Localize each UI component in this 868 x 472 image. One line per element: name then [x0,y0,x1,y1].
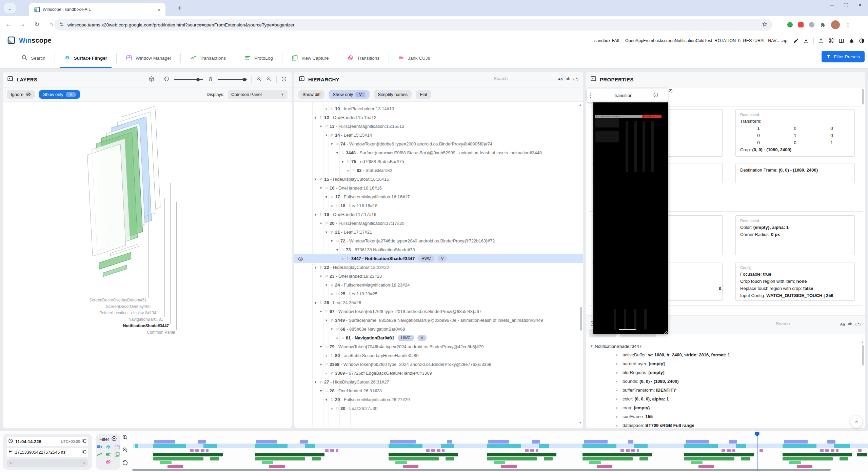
pin-icon[interactable]: ⚐ [340,245,346,254]
chevron-down-icon[interactable]: ▼ [340,157,346,166]
tab-search-button[interactable]: ⌄ [4,3,16,13]
surfaceflinger-track-event[interactable] [135,444,138,448]
transitions-track-event[interactable] [639,457,648,460]
windowmanager-track-event[interactable] [760,449,763,452]
windowmanager-track-event[interactable] [626,449,630,452]
filter-copy-icon[interactable] [114,451,120,457]
windowmanager-track-event[interactable] [206,449,209,452]
pin-icon[interactable]: ⚐ [329,395,335,404]
pin-icon[interactable]: ⚐ [318,378,324,387]
pin-icon[interactable]: ⚐ [335,404,340,413]
windowmanager-track-event[interactable] [637,449,639,452]
pin-icon[interactable]: ⚐ [340,149,346,157]
transitions-track-event[interactable] [255,457,305,460]
match-word-icon[interactable]: ab [848,322,852,326]
transitions-track-event[interactable] [583,457,633,460]
minimize-overlay-icon[interactable]: _ [661,94,664,100]
chevron-down-icon[interactable]: ▼ [318,219,324,228]
chevron-down-icon[interactable]: ▼ [323,281,329,290]
chevron-down-icon[interactable]: ▼ [318,360,324,369]
proto-property[interactable]: activeBuffer: w: 1080, h: 2400, stride: … [589,351,862,359]
chip-show-diff[interactable]: Show diff [298,90,324,99]
jank-track-event[interactable] [269,465,285,468]
ignore-chip[interactable]: Ignore [7,90,35,99]
windowmanager-track-event[interactable] [820,449,824,452]
tree-node-16[interactable]: ▼⚐16 - OneHanded:16:16#16 [294,184,583,193]
chevron-down-icon[interactable]: ▼ [329,140,335,149]
extensions-puzzle-icon[interactable] [820,22,826,28]
transactions-track-event[interactable] [256,440,277,444]
pin-icon[interactable]: ⚐ [346,157,351,166]
transitions-track-event[interactable] [684,457,734,460]
download-icon[interactable] [803,38,809,44]
surfaceflinger-track-event[interactable] [783,444,816,448]
windowmanager-track-event[interactable] [620,449,624,452]
tree-node-74[interactable]: ▼⚐74 - WindowToken{fdddbe6 type=2000 and… [294,140,583,149]
tree-node-3449[interactable]: ▼⚐3449 - Surface(name=885b63e Navigation… [294,316,583,325]
surfaceflinger-track-event[interactable] [736,444,746,448]
tree-node-26[interactable]: ▼⚐26 - Leaf:24:25#26 [294,298,583,307]
chevron-down-icon[interactable]: ▼ [313,298,318,307]
tab-jank-cujs[interactable]: Jank CUJs [389,48,439,68]
spacing-slider[interactable] [218,79,247,80]
pin-icon[interactable]: ⚐ [335,201,340,210]
filter-layers-icon[interactable] [105,444,111,450]
surfaceflinger-track-event[interactable] [153,444,186,448]
tree-node-67[interactable]: ▼⚐67 - WindowToken{e5176f9 type=2019 and… [294,307,583,316]
tree-node-82[interactable]: ⚐82 - StatusBar#82 [294,166,583,175]
chevron-down-icon[interactable]: ▼ [318,342,324,351]
viewcapture-track-event[interactable] [789,461,801,464]
scroll-down-icon[interactable]: ▼ [579,421,582,425]
tab-surface-flinger[interactable]: Surface Flinger [55,48,116,68]
match-case-icon[interactable]: Aa [840,322,845,326]
pin-icon[interactable]: ⚐ [324,360,330,369]
collapse-panel-icon[interactable] [7,76,13,83]
windowmanager-track-event[interactable] [631,449,635,452]
chip-flat[interactable]: Flat [416,90,431,99]
tree-node-22[interactable]: ▼⚐22 - HideDisplayCutout:18:23#22 [294,263,583,272]
surfaceflinger-track-event[interactable] [684,444,718,448]
windowmanager-track-event[interactable] [442,449,445,452]
resize-handle[interactable] [666,332,668,334]
transitions-track-event[interactable] [840,457,848,460]
new-tab-button[interactable]: + [175,3,184,13]
jank-track-event[interactable] [403,465,418,468]
pin-icon[interactable]: ⚐ [335,325,340,334]
transactions-track-event[interactable] [827,440,835,444]
chevron-down-icon[interactable]: ▼ [323,395,329,404]
filter-chart-icon[interactable] [97,451,102,457]
transactions-track-event[interactable] [729,440,737,444]
upload-icon[interactable] [818,38,824,44]
info-icon[interactable] [653,92,658,99]
chevron-down-icon[interactable]: ▼ [329,237,335,245]
tree-node-19[interactable]: ▼⚐19 - OneHanded:17:17#19 [294,210,583,219]
tree-node-73[interactable]: ▼⚐73 - 8736138 NotificationShade#73 [294,245,583,254]
shortcuts-icon[interactable]: ⌘ [828,37,834,44]
protolog-track-event[interactable] [389,453,458,456]
chevron-down-icon[interactable]: ▼ [318,122,324,131]
chevron-down-icon[interactable]: ▼ [318,184,324,193]
viewcapture-track-event[interactable] [494,461,505,464]
jank-track-event[interactable] [698,465,714,468]
surfaceflinger-track-event[interactable] [389,444,422,448]
transactions-track-event[interactable] [154,440,175,444]
protolog-track-event[interactable] [684,453,754,456]
tab-search[interactable]: Search [12,48,55,68]
transitions-track-event[interactable] [153,457,203,460]
pin-icon[interactable]: ⚐ [318,113,324,122]
protolog-track-event[interactable] [583,453,652,456]
pin-icon[interactable]: ⚐ [318,210,324,219]
layer-rect-7[interactable] [87,144,126,257]
pin-icon[interactable]: ⚐ [324,342,330,351]
pin-icon[interactable]: ⚐ [329,131,335,140]
windowmanager-track-event[interactable] [722,449,725,452]
pin-icon[interactable]: ⚐ [329,351,335,360]
transactions-track-event[interactable] [584,440,608,444]
pin-icon[interactable]: ⚐ [324,219,330,228]
tab-transitions[interactable]: Transitions [338,48,389,68]
filter-window-icon[interactable] [114,444,120,450]
hierarchy-scrollbar[interactable] [580,307,582,331]
pin-icon[interactable]: ⚐ [329,316,335,325]
viewcapture-track-event[interactable] [262,461,273,464]
pin-icon[interactable]: ⚐ [340,334,346,342]
